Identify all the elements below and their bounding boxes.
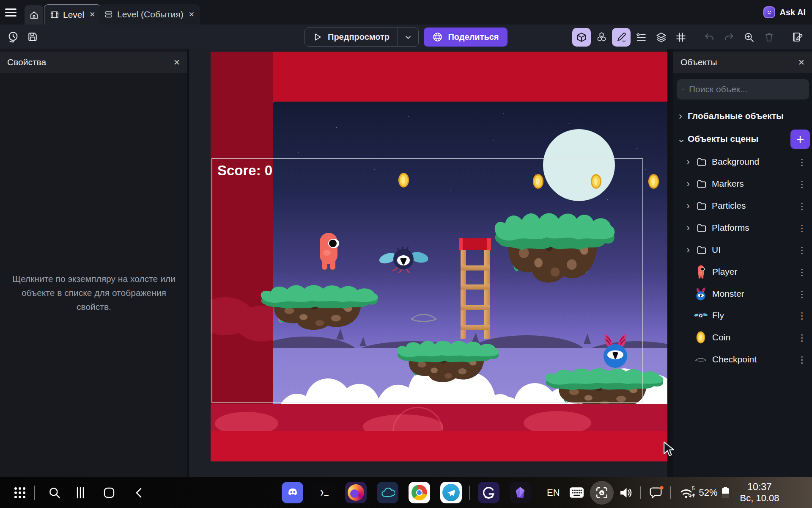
undo-icon [704,32,715,43]
obsidian-icon[interactable] [510,482,531,503]
close-icon[interactable]: ✕ [798,58,805,67]
ask-ai-robot-icon [763,6,775,18]
wifi-status[interactable]: 5 [679,486,696,500]
app-grid-icon[interactable] [14,491,17,494]
scene-editor-canvas[interactable]: Score: 0 [211,52,667,461]
home-square-icon[interactable] [103,487,115,499]
object-item-label: Monster [712,289,744,299]
object-item-player[interactable]: Player ⋮ [673,261,812,283]
telegram-icon[interactable] [440,482,462,503]
kebab-menu-icon[interactable]: ⋮ [798,179,807,188]
kebab-menu-icon[interactable]: ⋮ [798,268,807,276]
screenshot-tool-button[interactable] [590,481,614,505]
back-chevron-icon[interactable] [134,487,145,499]
instances-list-icon [636,32,647,43]
object-folder-label: Particles [712,201,746,211]
scene-properties-button[interactable] [788,28,807,47]
3d-view-toggle-button[interactable] [572,28,591,47]
home-tab[interactable] [25,5,43,25]
object-folder-label: Platforms [712,223,749,233]
out-of-scene-bottom-band [211,404,667,431]
object-folder-ui[interactable]: › UI ⋮ [673,239,812,261]
object-item-fly[interactable]: Fly ⋮ [673,304,812,326]
events-sheet-icon [104,10,113,19]
notifications-button[interactable] [648,486,664,500]
ask-ai-button[interactable]: Ask AI [763,6,806,19]
chevron-right-icon: › [685,246,691,254]
object-item-label: Checkpoint [712,354,757,364]
fly-thumbnail-icon [694,312,708,319]
object-search[interactable] [677,79,809,99]
layers-button[interactable] [652,28,670,47]
keyboard-icon[interactable] [569,487,584,498]
volume-icon[interactable] [620,487,633,499]
instances-list-button[interactable] [632,28,650,47]
objects-instances-button[interactable] [592,28,611,47]
kebab-menu-icon[interactable]: ⋮ [798,202,807,210]
grid-icon [675,32,686,43]
version-history-button[interactable] [5,29,21,45]
kebab-menu-icon[interactable]: ⋮ [798,333,807,342]
search-icon[interactable] [48,486,61,499]
firefox-icon[interactable] [345,482,367,503]
tab-close-icon[interactable]: ✕ [189,10,195,19]
object-search-input[interactable] [689,84,804,94]
share-button[interactable]: Поделиться [424,28,508,47]
kebab-menu-icon[interactable]: ⋮ [798,246,807,254]
tab-close-icon[interactable]: ✕ [89,10,95,19]
canvas-viewport: Score: 0 [189,49,667,477]
redo-icon [724,32,735,43]
zoom-button[interactable] [740,28,758,47]
discord-icon[interactable] [282,482,303,503]
folder-icon [696,156,707,167]
redo-button[interactable] [720,28,738,47]
recent-apps-icon[interactable] [74,487,86,499]
language-indicator[interactable]: EN [547,487,560,498]
object-item-monster[interactable]: Monster ⋮ [673,283,812,305]
taskbar-apps: ❯_ [282,482,531,503]
svg-text:5: 5 [692,486,695,491]
globe-icon [432,32,443,42]
main-menu-button[interactable] [5,6,22,19]
time-text: 10:37 [740,481,779,493]
kebab-menu-icon[interactable]: ⋮ [798,355,807,364]
kebab-menu-icon[interactable]: ⋮ [798,311,807,320]
cloud-app-icon[interactable] [377,482,398,503]
kebab-menu-icon[interactable]: ⋮ [798,224,807,232]
panel-divider [667,49,673,477]
delete-button[interactable] [760,28,778,47]
taskbar-separator [670,486,671,499]
tab-level-events[interactable]: Level (События) ✕ [99,4,200,25]
close-icon[interactable]: ✕ [173,58,180,67]
properties-panel: Свойства ✕ Щелкните по экземпляру на хол… [0,49,189,477]
object-item-checkpoint[interactable]: Checkpoint ⋮ [673,348,812,370]
chevron-down-icon: ⌄ [677,135,684,143]
gdevelop-icon[interactable] [478,482,499,503]
grid-toggle-button[interactable] [672,28,690,47]
terminal-icon[interactable]: ❯_ [313,482,335,503]
chevron-right-icon: › [685,157,691,166]
tab-level-scene[interactable]: Level ✕ [44,4,101,25]
clock[interactable]: 10:37 Вс, 10.08 [740,481,779,504]
kebab-menu-icon[interactable]: ⋮ [798,157,807,166]
object-folder-background[interactable]: › Background ⋮ [673,151,812,173]
add-object-button[interactable]: + [790,130,810,149]
object-item-coin[interactable]: Coin ⋮ [673,326,812,348]
zoom-in-icon [743,32,754,43]
kebab-menu-icon[interactable]: ⋮ [798,290,807,298]
objects-panel-title: Объекты [680,57,717,67]
chrome-icon[interactable] [409,482,430,503]
battery-icon [722,487,729,498]
save-button[interactable] [25,29,41,45]
global-objects-group[interactable]: › Глобальные объекты [673,106,812,126]
object-folder-particles[interactable]: › Particles ⋮ [673,195,812,217]
edit-mode-button[interactable] [612,28,631,47]
preview-button[interactable]: Предпросмотр [304,28,419,47]
object-folder-markers[interactable]: › Markers ⋮ [673,173,812,195]
preview-options-chevron[interactable] [398,28,418,47]
chevron-right-icon: › [685,179,691,188]
undo-button[interactable] [700,28,719,47]
object-folder-platforms[interactable]: › Platforms ⋮ [673,217,812,239]
scene-film-icon [50,10,59,19]
coin-instance[interactable] [648,174,659,189]
